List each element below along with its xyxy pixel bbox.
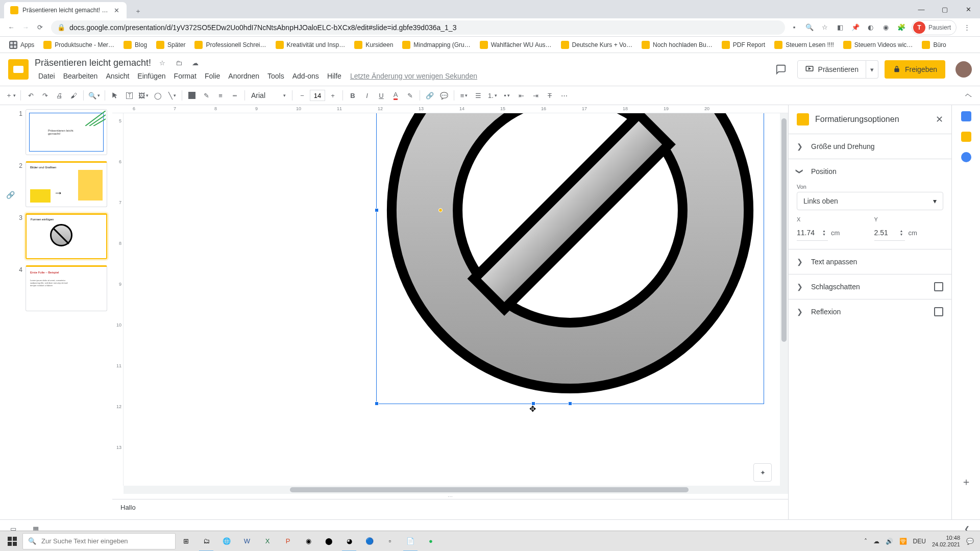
rotate-handle[interactable] [438,208,443,212]
forward-button[interactable]: → [18,20,33,35]
tray-chevron-icon[interactable]: ˄ [864,538,867,545]
profile-button[interactable]: T Pausiert [912,20,957,35]
word-icon[interactable]: W [237,531,257,552]
selection-box[interactable] [376,113,764,404]
star-icon[interactable]: ☆ [820,22,830,33]
windows-start-button[interactable] [2,531,22,552]
bookmark-item[interactable]: Steuern Videos wic… [840,39,916,51]
extensions-icon[interactable]: 🧩 [896,22,906,33]
align-button[interactable]: ≡▾ [457,89,471,102]
highlight-button[interactable]: ✎ [403,89,416,102]
section-position[interactable]: ❯ Position [789,159,951,184]
bookmark-item[interactable]: Produktsuche - Mer… [40,39,117,51]
window-maximize[interactable]: ▢ [933,0,957,18]
tasks-icon[interactable] [961,152,971,162]
bookmark-item[interactable]: Noch hochladen Bu… [639,39,716,51]
bookmark-item[interactable]: Wahlfächer WU Aus… [477,39,555,51]
ext-icon-2[interactable]: ◐ [866,22,876,33]
bookmark-item[interactable]: PDF Report [719,39,768,51]
zoom-icon[interactable]: 🔍 [804,22,815,33]
comments-button[interactable] [771,59,791,80]
section-text-fit[interactable]: ❯ Text anpassen [789,249,951,274]
resize-handle[interactable] [375,208,379,212]
undo-button[interactable]: ↶ [24,89,37,102]
bullet-list-button[interactable]: • ▾ [500,89,513,102]
shape-button[interactable]: ◯ [151,89,164,102]
reflection-checkbox[interactable] [934,307,943,316]
clear-format-button[interactable]: T [543,89,556,102]
bold-button[interactable]: B [346,89,359,102]
app-icon[interactable]: ◉ [298,531,318,552]
gutter-link-icon[interactable]: 🔗 [6,191,15,199]
section-reflection[interactable]: ❯ Reflexion [789,299,951,324]
collapse-toolbar-icon[interactable]: ヘ [965,91,976,100]
menu-tools[interactable]: Tools [264,71,288,81]
border-dash-button[interactable]: ┅ [228,89,241,102]
menu-format[interactable]: Format [170,71,200,81]
notifications-icon[interactable]: 💬 [966,538,974,545]
indent-button[interactable]: ⇥ [529,89,542,102]
redo-button[interactable]: ↷ [38,89,52,102]
add-addon-icon[interactable]: ＋ [961,475,971,489]
comment-button[interactable]: 💬 [437,89,451,102]
bookmark-item[interactable]: Büro [919,39,949,51]
menu-ansicht[interactable]: Ansicht [102,71,133,81]
bookmark-item[interactable]: Deutsche Kurs + Vo… [558,39,635,51]
task-view-icon[interactable]: ⊞ [176,531,196,552]
ext-icon-pin[interactable]: 📌 [850,22,861,33]
file-explorer-icon[interactable]: 🗂 [196,531,216,552]
bookmark-apps[interactable]: Apps [6,39,37,51]
menu-anordnen[interactable]: Anordnen [225,71,263,81]
edge-new-icon[interactable]: 🔵 [359,531,380,552]
slide-thumb-3[interactable]: Formen einfügen [26,213,107,259]
font-size-decrease[interactable]: − [296,89,309,102]
tray-cloud-icon[interactable]: ☁ [873,538,879,545]
tray-wifi-icon[interactable]: 🛜 [899,538,907,545]
back-button[interactable]: ← [4,20,18,35]
notepad-icon[interactable]: 📄 [400,531,421,552]
zoom-button[interactable]: 🔍▾ [87,89,102,102]
slide-thumb-1[interactable]: Präsentieren leicht gemacht! [26,109,107,155]
resize-handle[interactable] [375,402,379,406]
window-close[interactable]: ✕ [957,0,980,18]
text-color-button[interactable]: A [389,89,402,102]
share-button[interactable]: Freigeben [885,60,945,79]
border-weight-button[interactable]: ≡ [214,89,227,102]
border-color-button[interactable]: ✎ [200,89,213,102]
move-folder-icon[interactable]: 🗀 [174,58,184,68]
chrome-icon[interactable]: ◕ [339,531,359,552]
resize-handle[interactable] [568,402,572,406]
textbox-button[interactable]: 🅃 [122,89,136,102]
app-icon-2[interactable]: ▫ [380,531,400,552]
url-field[interactable]: 🔒 docs.google.com/presentation/d/1yV372S… [51,20,785,35]
notes-resize-handle[interactable]: ⋯ [112,494,788,499]
browser-tab[interactable]: Präsentieren leicht gemacht! - G ✕ [4,2,127,18]
select-tool[interactable] [108,89,121,102]
print-button[interactable]: 🖨 [53,89,66,102]
fill-color-button[interactable] [185,89,199,102]
y-input[interactable]: ▲▼ [874,224,905,241]
drop-shadow-checkbox[interactable] [934,282,943,291]
bookmark-item[interactable]: Kreativität und Insp… [273,39,349,51]
edge-icon[interactable]: 🌐 [216,531,237,552]
new-slide-button[interactable]: ＋▾ [4,89,17,102]
menu-bearbeiten[interactable]: Bearbeiten [60,71,102,81]
last-edit-link[interactable]: Letzte Änderung vor wenigen Sekunden [350,72,477,80]
position-from-select[interactable]: Links oben▾ [797,192,943,210]
font-size-input[interactable] [310,90,325,101]
camera-icon[interactable]: ▪ [789,22,799,33]
obs-icon[interactable]: ⬤ [318,531,339,552]
excel-icon[interactable]: X [257,531,278,552]
link-button[interactable]: 🔗 [423,89,436,102]
italic-button[interactable]: I [360,89,374,102]
close-tab-icon[interactable]: ✕ [112,6,120,14]
ext-icon-1[interactable]: ◧ [835,22,845,33]
line-button[interactable]: ╲▾ [165,89,179,102]
underline-button[interactable]: U [375,89,388,102]
bookmark-item[interactable]: Blog [120,39,150,51]
slide-thumb-4[interactable]: Erste Folie – Beispiel Lorem ipsum dolor… [26,265,107,311]
star-icon[interactable]: ☆ [157,58,167,68]
window-minimize[interactable]: — [910,0,933,18]
windows-search-input[interactable]: 🔍 Zur Suche Text hier eingeben [22,533,176,549]
menu-addons[interactable]: Add-ons [289,71,323,81]
